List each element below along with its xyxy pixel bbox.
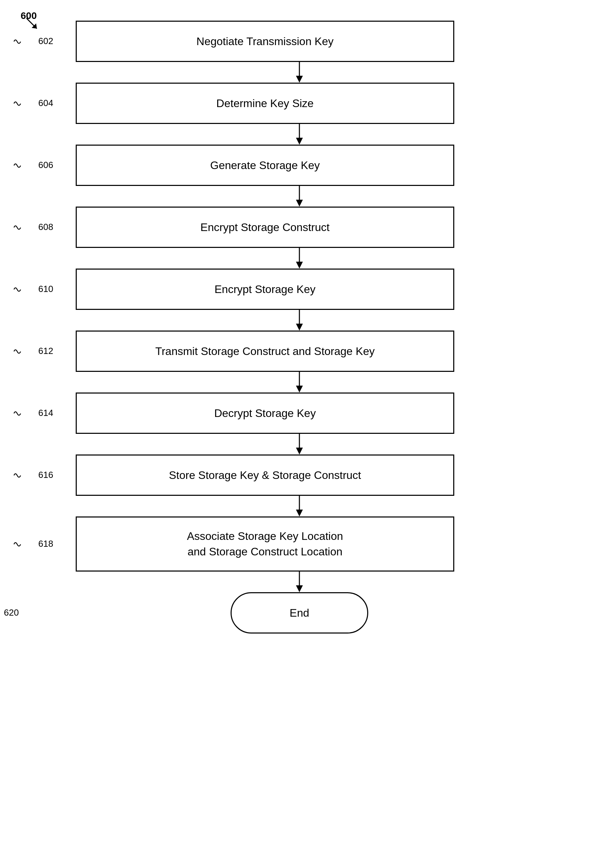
step-row-606: 606 Generate Storage Key — [76, 145, 523, 186]
step-row-612: 612 Transmit Storage Construct and Stora… — [76, 330, 523, 372]
arrow-1 — [110, 124, 489, 145]
arrow-8 — [110, 572, 489, 592]
step-box-encrypt-storage-key: Encrypt Storage Key — [76, 268, 454, 310]
svg-marker-5 — [296, 138, 303, 145]
step-box-store-storage-key-construct: Store Storage Key & Storage Construct — [76, 454, 454, 496]
step-box-decrypt-storage-key: Decrypt Storage Key — [76, 392, 454, 434]
svg-marker-9 — [296, 262, 303, 268]
arrow-2 — [110, 186, 489, 206]
step-label-608: 608 — [14, 222, 53, 233]
step-box-transmit-storage-construct-key: Transmit Storage Construct and Storage K… — [76, 330, 454, 372]
arrow-4 — [110, 310, 489, 330]
step-box-associate-storage-key-location: Associate Storage Key Location and Stora… — [76, 516, 454, 572]
step-label-620: 620 — [0, 608, 19, 618]
svg-marker-11 — [296, 324, 303, 330]
step-row-610: 610 Encrypt Storage Key — [76, 268, 523, 310]
arrow-3 — [110, 248, 489, 268]
svg-marker-3 — [296, 76, 303, 83]
step-label-602: 602 — [14, 36, 53, 47]
step-box-negotiate-transmission-key: Negotiate Transmission Key — [76, 21, 454, 62]
step-label-606: 606 — [14, 160, 53, 171]
arrow-5 — [110, 372, 489, 392]
arrow-6 — [110, 434, 489, 454]
step-label-604: 604 — [14, 98, 53, 109]
step-box-end: End — [231, 592, 368, 634]
step-row-618: 618 Associate Storage Key Location and S… — [76, 516, 523, 572]
step-label-616: 616 — [14, 470, 53, 480]
step-box-encrypt-storage-construct: Encrypt Storage Construct — [76, 206, 454, 248]
figure-corner-arrow — [25, 17, 39, 30]
flow-wrapper: 602 Negotiate Transmission Key 604 Deter… — [76, 21, 523, 634]
step-label-614: 614 — [14, 408, 53, 418]
step-row-614: 614 Decrypt Storage Key — [76, 392, 523, 434]
step-row-608: 608 Encrypt Storage Construct — [76, 206, 523, 248]
svg-marker-19 — [296, 585, 303, 592]
arrow-7 — [110, 496, 489, 516]
step-label-612: 612 — [14, 346, 53, 357]
step-label-610: 610 — [14, 284, 53, 295]
step-label-618: 618 — [14, 538, 53, 550]
step-row-616: 616 Store Storage Key & Storage Construc… — [76, 454, 523, 496]
svg-marker-15 — [296, 448, 303, 454]
step-box-determine-key-size: Determine Key Size — [76, 83, 454, 124]
step-row-604: 604 Determine Key Size — [76, 83, 523, 124]
svg-marker-13 — [296, 386, 303, 392]
svg-marker-7 — [296, 200, 303, 206]
svg-marker-17 — [296, 510, 303, 516]
arrow-0 — [110, 62, 489, 83]
step-box-generate-storage-key: Generate Storage Key — [76, 145, 454, 186]
step-row-620: 620 End — [76, 592, 523, 634]
step-row-602: 602 Negotiate Transmission Key — [76, 21, 523, 62]
diagram-container: 600 602 Negotiate Transmission Key — [0, 0, 605, 868]
